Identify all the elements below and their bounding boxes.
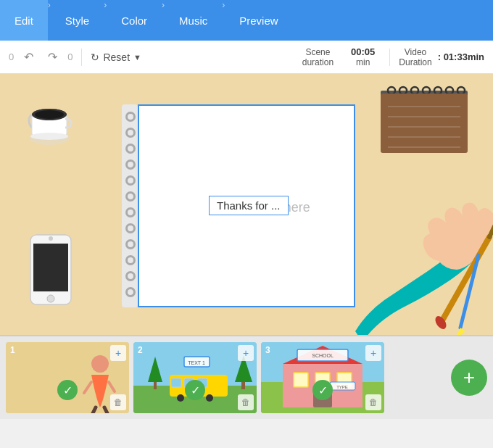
paintbrush-hand-icon — [334, 175, 493, 335]
svg-rect-26 — [33, 244, 68, 291]
reset-icon: ↻ — [91, 51, 99, 63]
svg-marker-24 — [455, 328, 465, 335]
svg-point-5 — [30, 133, 68, 140]
nav-color-label: Color — [121, 14, 147, 27]
scene-duration-block: Scene duration — [302, 47, 334, 67]
scene-delete-2[interactable]: 🗑 — [238, 394, 254, 410]
thanks-label[interactable]: Thanks for ... — [209, 196, 289, 215]
nav-music-label: Music — [179, 14, 207, 27]
spiral-ring — [125, 159, 136, 170]
svg-rect-53 — [294, 373, 308, 387]
nav-edit-label: Edit — [14, 14, 33, 27]
video-duration-value: : 01:33min — [438, 51, 484, 62]
spiral-ring — [125, 239, 136, 249]
reset-dropdown-icon: ▼ — [133, 53, 141, 62]
spiral-ring — [125, 112, 136, 122]
redo-count: 0 — [67, 51, 72, 62]
scene-delete-1[interactable]: 🗑 — [110, 394, 126, 410]
scene-duration-label: Scene — [305, 47, 330, 57]
svg-point-30 — [91, 355, 109, 373]
canvas-area: Your photo here Thanks for ... — [0, 74, 493, 335]
nav-color[interactable]: Color — [107, 0, 162, 41]
spiral-ring — [125, 175, 136, 186]
toolbar-divider2 — [389, 49, 390, 66]
scene-thumb-3[interactable]: SCHOOL TYPE 3 ✓ + 🗑 — [261, 342, 384, 413]
nav-style[interactable]: Style — [51, 0, 104, 41]
add-scene-button[interactable]: + — [451, 360, 487, 396]
undo-count: 0 — [9, 51, 14, 62]
scene-num-1: 1 — [10, 345, 15, 355]
scene-delete-3[interactable]: 🗑 — [365, 394, 381, 410]
scene-duration-value: 00:05 — [351, 46, 375, 57]
spiral-ring — [125, 271, 136, 281]
svg-point-28 — [47, 295, 54, 302]
svg-text:TEXT 1: TEXT 1 — [188, 360, 205, 365]
scene-duration-label2: duration — [302, 57, 334, 67]
nav-preview[interactable]: Preview — [225, 0, 292, 41]
scene-add-3[interactable]: + — [365, 345, 381, 361]
spiral-ring — [125, 191, 136, 202]
spiral-ring — [125, 223, 136, 233]
brown-notepad-icon — [377, 85, 471, 157]
bottom-scene-strip: 1 ✓ + 🗑 TEXT — [0, 335, 493, 419]
video-duration-block: Video Duration : 01:33min — [399, 47, 484, 67]
scene-duration-value-block: 00:05 min — [351, 46, 375, 67]
svg-point-4 — [35, 110, 64, 119]
video-duration-label: Video — [405, 47, 426, 57]
phone-icon — [29, 233, 72, 306]
spiral-rings — [125, 112, 136, 303]
svg-text:SCHOOL: SCHOOL — [312, 353, 334, 358]
scene-check-1[interactable]: ✓ — [57, 380, 78, 400]
svg-rect-38 — [154, 382, 157, 389]
redo-button[interactable]: ↷ — [44, 47, 62, 67]
toolbar: 0 ↶ ↷ 0 ↻ Reset ▼ Scene duration 00:05 m… — [0, 41, 493, 74]
nav-style-label: Style — [65, 14, 89, 27]
scene-add-2[interactable]: + — [238, 345, 254, 361]
svg-rect-14 — [381, 94, 468, 153]
scene-duration-unit: min — [356, 57, 370, 67]
nav-preview-label: Preview — [239, 14, 278, 27]
svg-rect-40 — [241, 382, 245, 389]
svg-rect-42 — [171, 378, 181, 387]
scene-num-2: 2 — [138, 345, 143, 355]
top-nav: Edit › Style › Color › Music › Preview — [0, 0, 493, 41]
svg-point-27 — [49, 236, 53, 241]
scene-thumb-1[interactable]: 1 ✓ + 🗑 — [6, 342, 129, 413]
spiral-ring — [125, 144, 136, 154]
svg-point-45 — [177, 394, 184, 402]
scene-add-1[interactable]: + — [110, 345, 126, 361]
scene-num-3: 3 — [265, 345, 270, 355]
scene-check-3[interactable]: ✓ — [312, 380, 333, 400]
spiral-ring — [125, 128, 136, 138]
reset-label: Reset — [103, 51, 130, 63]
spiral-ring — [125, 207, 136, 217]
svg-text:TYPE: TYPE — [336, 385, 348, 389]
nav-music[interactable]: Music — [165, 0, 222, 41]
spiral-ring — [125, 255, 136, 265]
reset-button[interactable]: ↻ Reset ▼ — [91, 51, 141, 63]
spiral-ring — [125, 287, 136, 297]
video-duration-label2: Duration — [399, 57, 431, 67]
coffee-cup-icon — [22, 96, 80, 154]
scene-thumb-2[interactable]: TEXT 1 2 ✓ + 🗑 — [133, 342, 257, 413]
scene-check-2[interactable]: ✓ — [185, 380, 205, 400]
undo-button[interactable]: ↶ — [20, 47, 38, 67]
nav-edit[interactable]: Edit — [0, 0, 48, 41]
toolbar-divider — [81, 49, 82, 66]
svg-point-46 — [206, 394, 213, 402]
